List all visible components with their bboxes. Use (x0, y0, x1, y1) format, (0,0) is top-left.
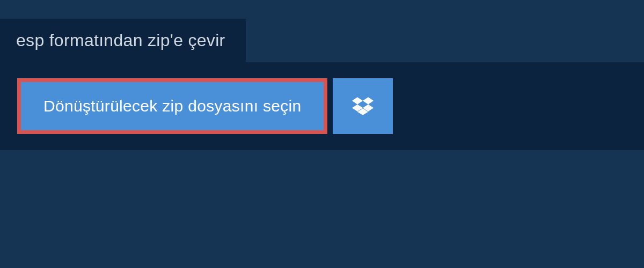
dropbox-button[interactable] (333, 78, 393, 134)
select-file-button[interactable]: Dönüştürülecek zip dosyasını seçin (17, 78, 327, 134)
tab-convert-esp-to-zip[interactable]: esp formatından zip'e çevir (0, 19, 246, 62)
dropbox-icon (352, 95, 374, 117)
upload-panel: Dönüştürülecek zip dosyasını seçin (0, 62, 644, 150)
tab-label: esp formatından zip'e çevir (16, 31, 225, 50)
select-file-label: Dönüştürülecek zip dosyasını seçin (43, 97, 301, 115)
button-row: Dönüştürülecek zip dosyasını seçin (17, 78, 627, 134)
tab-container: esp formatından zip'e çevir (0, 0, 644, 62)
